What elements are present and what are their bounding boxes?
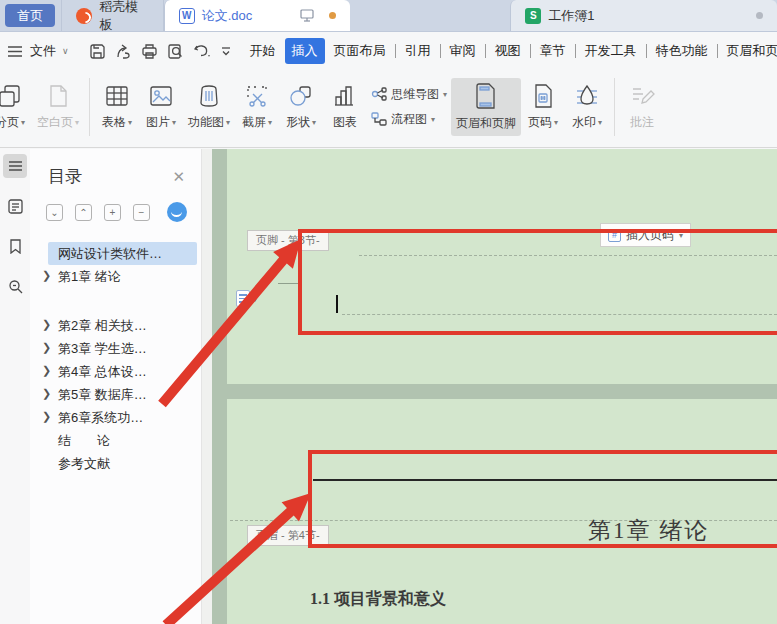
quick-access-toolbar [89, 43, 232, 60]
toc-item-ch1[interactable]: ❯第1章 绪论 [30, 265, 201, 288]
mindmap-button[interactable]: 思维导图 ▾ [371, 86, 447, 103]
header-footer-options-button[interactable]: ▾ [236, 290, 257, 307]
tab-section[interactable]: 章节 [533, 38, 573, 64]
print-icon[interactable] [141, 43, 158, 60]
home-tab[interactable]: 首页 [5, 4, 55, 27]
header-footer-label: 页眉和页脚 [456, 115, 516, 132]
picture-label: 图片 [146, 114, 170, 131]
toc-toolbar: ⌄ ⌃ + − [30, 188, 201, 222]
separator [440, 44, 441, 58]
chevron-right-icon[interactable]: ❯ [42, 364, 51, 377]
page-number-button[interactable]: 页码▾ [521, 79, 565, 135]
page-break-button[interactable]: 分页▾ [0, 79, 32, 135]
presentation-monitor-icon[interactable] [300, 9, 314, 22]
save-icon[interactable] [89, 43, 106, 60]
document-outline-icon[interactable] [3, 194, 27, 218]
toc-item-references[interactable]: 参考文献 [30, 452, 201, 475]
expand-all-button[interactable]: ⌃ [75, 204, 92, 221]
toc-gap [30, 288, 201, 314]
page-1[interactable] [227, 149, 777, 384]
close-icon[interactable]: ✕ [172, 168, 185, 186]
file-menu[interactable]: 文件 [30, 42, 56, 60]
chevron-right-icon[interactable]: ❯ [42, 318, 51, 331]
insert-page-number-button[interactable]: # 插入页码 ▾ [600, 223, 691, 247]
document-tab-active[interactable]: W 论文.doc [164, 0, 351, 31]
bookmark-icon[interactable] [3, 234, 27, 258]
dropdown-caret-icon: ▾ [75, 118, 79, 127]
file-chevron-icon[interactable]: ∨ [62, 46, 69, 56]
screenshot-label: 截屏 [242, 114, 266, 131]
print-preview-icon[interactable] [167, 43, 184, 60]
toc-item-ch2[interactable]: ❯第2章 相关技… [30, 314, 201, 337]
function-diagram-button[interactable]: 功能图▾ [183, 79, 235, 135]
tab-review[interactable]: 审阅 [443, 38, 483, 64]
spreadsheet-icon: S [525, 8, 541, 24]
export-pdf-icon[interactable] [115, 43, 132, 60]
chevron-right-icon[interactable]: ❯ [42, 341, 51, 354]
zoom-out-button[interactable]: − [133, 204, 150, 221]
toc-panel-title: 目录 [48, 165, 82, 188]
toc-item-label: 第1章 绪论 [58, 268, 121, 286]
chevron-right-icon[interactable]: ❯ [42, 387, 51, 400]
docer-icon [76, 8, 92, 24]
watermark-button[interactable]: 水印▾ [565, 79, 609, 135]
outline-panel-toggle-icon[interactable] [3, 154, 27, 178]
toc-item-label: 第5章 数据库… [58, 386, 147, 404]
header-footer-button[interactable]: 页眉和页脚 [451, 78, 521, 136]
tab-developer[interactable]: 开发工具 [578, 38, 644, 64]
chart-label: 图表 [333, 114, 357, 131]
blank-page-label: 空白页 [37, 114, 73, 131]
hamburger-menu-icon[interactable] [4, 43, 26, 60]
tab-references[interactable]: 引用 [398, 38, 438, 64]
menubar: 文件 ∨ 开始 插入 页面布局 引用 审阅 视图 章节 开发工具 特色功能 [0, 32, 777, 70]
comment-icon [629, 83, 655, 109]
home-tab-label: 首页 [17, 7, 43, 25]
header-footer-options-icon [236, 290, 250, 307]
dropdown-caret-icon: ▾ [253, 295, 257, 304]
toc-item-ch5[interactable]: ❯第5章 数据库… [30, 383, 201, 406]
undo-icon[interactable] [193, 43, 211, 59]
tab-special-features[interactable]: 特色功能 [649, 38, 715, 64]
collapse-all-button[interactable]: ⌄ [46, 204, 63, 221]
ai-assistant-icon[interactable] [167, 202, 187, 222]
blank-page-button[interactable]: 空白页▾ [32, 79, 84, 135]
toc-item-ch6[interactable]: ❯第6章系统功… [30, 406, 201, 429]
zoom-in-button[interactable]: + [104, 204, 121, 221]
dropdown-caret-icon: ▾ [128, 118, 132, 127]
toc-item-ch3[interactable]: ❯第3章 学生选… [30, 337, 201, 360]
tab-header-footer[interactable]: 页眉和页脚 [720, 38, 777, 64]
chevron-right-icon[interactable]: ❯ [42, 410, 51, 423]
toc-item-conclusion[interactable]: 结 论 [30, 429, 201, 452]
dropdown-caret-icon: ▾ [312, 118, 316, 127]
page-number-label: 页码 [528, 114, 552, 131]
tab-page-layout[interactable]: 页面布局 [327, 38, 393, 64]
toc-item-label: 第4章 总体设… [58, 363, 147, 381]
footer-bottom-dashed-line [342, 314, 777, 315]
tab-view[interactable]: 视图 [488, 38, 528, 64]
toc-item-ch4[interactable]: ❯第4章 总体设… [30, 360, 201, 383]
workbook-tab[interactable]: S 工作簿1 [510, 0, 777, 31]
separator [89, 78, 90, 136]
find-icon[interactable] [3, 274, 27, 298]
dropdown-caret-icon: ▾ [554, 118, 558, 127]
dropdown-caret-icon: ▾ [226, 118, 230, 127]
shapes-button[interactable]: 形状▾ [279, 79, 323, 135]
function-diagram-label: 功能图 [188, 114, 224, 131]
screenshot-button[interactable]: 截屏▾ [235, 79, 279, 135]
dropdown-caret-icon: ▾ [172, 118, 176, 127]
customize-toolbar-icon[interactable] [220, 45, 232, 57]
toc-item-root[interactable]: 网站设计类软件… [48, 242, 197, 265]
comment-button[interactable]: 批注 [620, 79, 664, 135]
chart-button[interactable]: 图表 [323, 79, 367, 135]
tab-start[interactable]: 开始 [243, 38, 283, 64]
picture-button[interactable]: 图片▾ [139, 79, 183, 135]
tab-insert-active[interactable]: 插入 [285, 38, 325, 64]
docer-template-tab[interactable]: 稻壳模板 [61, 0, 163, 31]
chevron-right-icon[interactable]: ❯ [42, 269, 51, 282]
flowchart-button[interactable]: 流程图 ▾ [371, 111, 447, 128]
table-button[interactable]: 表格▾ [95, 79, 139, 135]
document-tab-label: 论文.doc [202, 7, 253, 25]
toc-item-label: 网站设计类软件… [58, 245, 162, 263]
document-canvas[interactable]: 页脚 - 第3节- # 插入页码 ▾ ▾ 页眉 - 第4节- 第1章 绪论 1.… [202, 149, 777, 624]
watermark-icon [574, 83, 600, 109]
